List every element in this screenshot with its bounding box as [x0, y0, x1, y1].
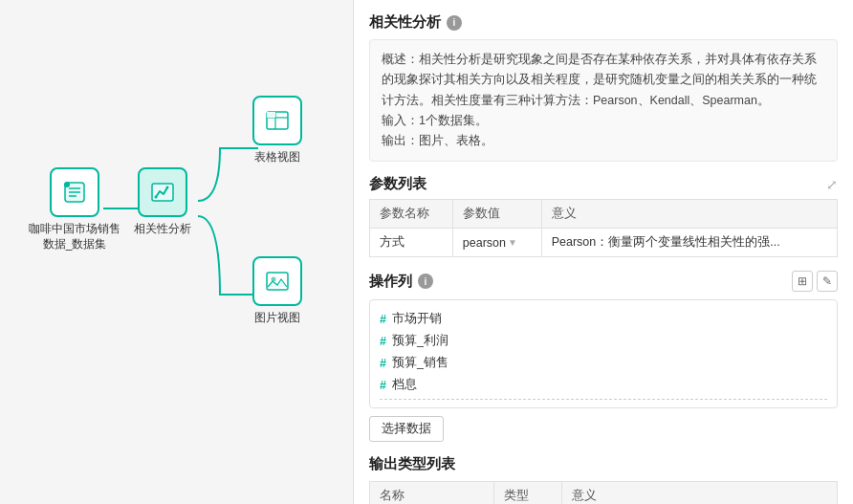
param-value-text: pearson: [463, 236, 506, 250]
ops-item-3: # 档息: [380, 374, 827, 400]
output-col-meaning: 意义: [562, 482, 838, 504]
workflow-canvas: 咖啡中国市场销售 数据_数据集 相关性分析: [0, 0, 353, 504]
ops-section: 操作列 i ⊞ ✎ # 市场开销 # 预算_利润 # 预算_销售 #: [369, 271, 838, 442]
ops-item-1: # 预算_利润: [380, 330, 827, 352]
hash-icon-0: #: [380, 313, 386, 326]
hash-icon-3: #: [380, 379, 386, 392]
svg-rect-10: [267, 273, 288, 290]
params-title: 参数列表: [369, 175, 426, 193]
params-title-text: 参数列表: [369, 175, 426, 193]
svg-point-2: [64, 182, 70, 187]
description-line2: 输入：1个数据集。: [382, 111, 825, 131]
param-col-meaning: 意义: [541, 200, 837, 229]
canvas-panel: 咖啡中国市场销售 数据_数据集 相关性分析: [0, 0, 354, 504]
ops-info-icon[interactable]: i: [418, 274, 433, 289]
params-header: 参数列表 ⤢: [369, 175, 838, 193]
ops-item-label-2: 预算_销售: [392, 355, 448, 371]
connector-lines: [0, 0, 353, 504]
param-dropdown-arrow: ▼: [508, 237, 517, 248]
correlation-icon: [138, 167, 187, 217]
params-section: 参数列表 ⤢ 参数名称 参数值 意义 方式 pearson ▼: [369, 175, 838, 257]
param-col-value: 参数值: [452, 200, 541, 229]
param-meaning-cell: Pearson：衡量两个变量线性相关性的强...: [541, 229, 837, 257]
image-view-icon: [252, 256, 302, 306]
svg-point-11: [272, 277, 276, 282]
param-row: 方式 pearson ▼ Pearson：衡量两个变量线性相关性的强...: [370, 229, 838, 257]
output-section: 输出类型列表 名称 类型 意义 相关性分析 表格 以表格形式展示的相关性矩阵: [369, 455, 838, 504]
param-value-cell[interactable]: pearson ▼: [452, 229, 541, 257]
image-view-label: 图片视图: [254, 311, 300, 326]
params-expand-icon[interactable]: ⤢: [826, 177, 838, 192]
output-col-name: 名称: [370, 482, 494, 504]
correlation-node[interactable]: 相关性分析: [134, 167, 191, 237]
ops-copy-button[interactable]: ⊞: [792, 271, 813, 292]
correlation-label: 相关性分析: [134, 222, 191, 237]
ops-item-label-1: 预算_利润: [392, 333, 448, 349]
output-table: 名称 类型 意义 相关性分析 表格 以表格形式展示的相关性矩阵: [369, 481, 838, 504]
svg-point-5: [166, 186, 169, 189]
detail-panel: 相关性分析 i 概述：相关性分析是研究现象之间是否存在某种依存关系，并对具体有依…: [354, 0, 853, 504]
description-line3: 输出：图片、表格。: [382, 131, 825, 151]
table-view-icon: [252, 96, 302, 145]
output-title-text: 输出类型列表: [369, 455, 455, 473]
ops-item-label-3: 档息: [392, 377, 417, 393]
param-col-name: 参数名称: [370, 200, 453, 229]
svg-rect-9: [267, 112, 275, 118]
table-view-label: 表格视图: [254, 150, 300, 165]
ops-title: 操作列 i: [369, 273, 433, 291]
title-info-icon[interactable]: i: [447, 15, 462, 31]
analysis-title: 相关性分析 i: [369, 13, 838, 32]
ops-list: # 市场开销 # 预算_利润 # 预算_销售 # 档息: [369, 299, 838, 408]
image-view-node[interactable]: 图片视图: [252, 256, 302, 326]
dataset-node[interactable]: 咖啡中国市场销售 数据_数据集: [29, 167, 120, 252]
svg-point-4: [155, 196, 158, 199]
output-col-type: 类型: [494, 482, 562, 504]
hash-icon-2: #: [380, 357, 386, 370]
title-text: 相关性分析: [369, 13, 441, 32]
table-view-node[interactable]: 表格视图: [252, 96, 302, 165]
ops-header: 操作列 i ⊞ ✎: [369, 271, 838, 292]
dataset-icon: [50, 167, 99, 217]
select-data-button[interactable]: 选择数据: [369, 416, 444, 442]
ops-icon-group: ⊞ ✎: [792, 271, 838, 292]
params-table: 参数名称 参数值 意义 方式 pearson ▼ Pearson：衡量两个变量线…: [369, 199, 838, 257]
param-name-cell: 方式: [370, 229, 453, 257]
ops-item-0: # 市场开销: [380, 308, 827, 330]
description-box: 概述：相关性分析是研究现象之间是否存在某种依存关系，并对具体有依存关系的现象探讨…: [369, 39, 838, 162]
ops-item-2: # 预算_销售: [380, 352, 827, 374]
hash-icon-1: #: [380, 335, 386, 348]
description-line1: 概述：相关性分析是研究现象之间是否存在某种依存关系，并对具体有依存关系的现象探讨…: [382, 50, 825, 111]
dataset-label: 咖啡中国市场销售 数据_数据集: [29, 222, 120, 252]
ops-edit-button[interactable]: ✎: [817, 271, 838, 292]
output-title: 输出类型列表: [369, 455, 838, 473]
ops-item-label-0: 市场开销: [392, 311, 442, 327]
ops-title-text: 操作列: [369, 273, 412, 291]
